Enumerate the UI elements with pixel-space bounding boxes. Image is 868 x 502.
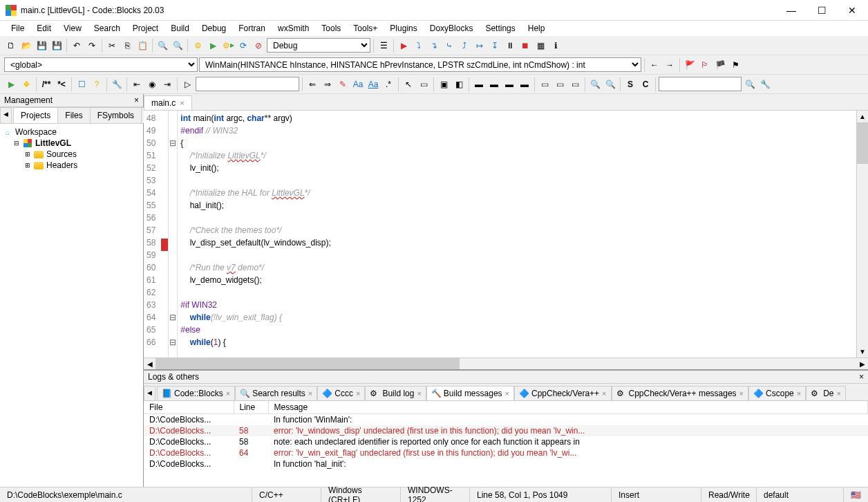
panel4-icon[interactable]: ▬ xyxy=(518,77,531,91)
inc-search-input[interactable] xyxy=(196,77,299,91)
build-run-icon[interactable]: ⚙▶ xyxy=(221,39,235,53)
log-row[interactable]: D:\CodeBlocks...In function 'hal_init': xyxy=(144,458,868,470)
toggle2-icon[interactable]: ◧ xyxy=(452,77,466,91)
management-tab-files[interactable]: Files xyxy=(57,107,90,123)
logs-tab-left-icon[interactable]: ◀ xyxy=(144,386,155,400)
log-row[interactable]: D:\CodeBlocks...In function 'WinMain': xyxy=(144,414,868,426)
jump-fwd-icon[interactable]: ⇥ xyxy=(160,77,174,91)
expand-icon[interactable]: ⊞ xyxy=(23,162,31,169)
zoom-out-icon[interactable]: 🔍 xyxy=(603,77,617,91)
step-into-icon[interactable]: ⤷ xyxy=(442,39,456,53)
management-tab-left-icon[interactable]: ◀ xyxy=(0,107,12,123)
scroll-up-icon[interactable]: ▲ xyxy=(857,111,868,122)
bookmark-prev-icon[interactable]: 🏳 xyxy=(698,58,712,72)
goto-input[interactable] xyxy=(659,77,742,91)
build-icon[interactable]: ⚙ xyxy=(191,39,205,53)
menu-view[interactable]: View xyxy=(58,22,87,35)
dox-settings-icon[interactable]: 🔧 xyxy=(110,77,124,91)
jump-here-icon[interactable]: ◉ xyxy=(145,77,159,91)
close-icon[interactable]: × xyxy=(837,389,841,398)
dox-chm-icon[interactable]: ? xyxy=(90,77,104,91)
step-instr-icon[interactable]: ↧ xyxy=(488,39,502,53)
expand-icon[interactable]: ⊞ xyxy=(23,151,31,158)
menu-tools[interactable]: Tools xyxy=(316,22,346,35)
editor-h-scrollbar[interactable]: ◀ ▶ xyxy=(144,357,868,369)
menu-settings[interactable]: Settings xyxy=(480,22,520,35)
run-to-cursor-icon[interactable]: ⤵ xyxy=(412,39,426,53)
menu-project[interactable]: Project xyxy=(127,22,164,35)
open-file-icon[interactable]: 📂 xyxy=(19,39,33,53)
logs-tab-cscope[interactable]: 🔷Cscope× xyxy=(748,386,806,400)
debug-windows-icon[interactable]: ▦ xyxy=(534,39,547,53)
rebuild-icon[interactable]: ⟳ xyxy=(236,39,250,53)
editor-tab-mainc[interactable]: main.c × xyxy=(144,95,192,110)
next-line-icon[interactable]: ↴ xyxy=(427,39,441,53)
logs-tab-de[interactable]: ⚙De× xyxy=(806,386,846,400)
menu-plugins[interactable]: Plugins xyxy=(384,22,422,35)
management-tab-fsymbols[interactable]: FSymbols xyxy=(90,107,142,123)
break-icon[interactable]: ⏸ xyxy=(503,39,517,53)
debug-run-icon[interactable]: ▶ xyxy=(397,39,411,53)
cut-icon[interactable]: ✂ xyxy=(105,39,119,53)
panel3-icon[interactable]: ▬ xyxy=(502,77,516,91)
log-row[interactable]: D:\CodeBlocks...64error: 'lv_win_exit_fl… xyxy=(144,447,868,458)
regex-icon[interactable]: .* xyxy=(381,77,395,91)
menu-wxsmith[interactable]: wxSmith xyxy=(272,22,314,35)
paste-icon[interactable]: 📋 xyxy=(135,39,149,53)
jump-back-icon[interactable]: ⇤ xyxy=(130,77,144,91)
code-text[interactable]: int main(int argc, char** argv)#endif //… xyxy=(178,111,856,357)
scroll-right-icon[interactable]: ▶ xyxy=(856,360,868,368)
project-tree[interactable]: ⌂ Workspace ⊟ LittlevGL ⊞ Sources ⊞ Head… xyxy=(0,124,143,487)
close-icon[interactable]: × xyxy=(356,389,360,398)
tree-folder-headers[interactable]: ⊞ Headers xyxy=(3,160,140,171)
minimize-button[interactable]: — xyxy=(781,5,802,16)
log-row[interactable]: D:\CodeBlocks...58error: 'lv_windows_dis… xyxy=(144,425,868,436)
menu-help[interactable]: Help xyxy=(522,22,551,35)
menu-doxyblocks[interactable]: DoxyBlocks xyxy=(424,22,479,35)
maximize-button[interactable]: ☐ xyxy=(811,5,832,16)
fold-column[interactable]: ⊟⊟⊟ xyxy=(168,111,178,357)
comment1-icon[interactable]: ▭ xyxy=(538,77,551,91)
editor-v-scrollbar[interactable]: ▲ ▼ xyxy=(856,111,868,357)
menu-file[interactable]: File xyxy=(6,22,30,35)
logs-tab-searchresults[interactable]: 🔍Search results× xyxy=(235,386,317,400)
comment2-icon[interactable]: ▭ xyxy=(553,77,567,91)
hl-color-icon[interactable]: ✎ xyxy=(336,77,350,91)
undo-icon[interactable]: ↶ xyxy=(70,39,84,53)
toggle1-icon[interactable]: ▣ xyxy=(437,77,451,91)
hl-next-icon[interactable]: ⇒ xyxy=(321,77,334,91)
logs-tab-cppcheckveramessages[interactable]: ⚙CppCheck/Vera++ messages× xyxy=(612,386,749,400)
comment3-icon[interactable]: ▭ xyxy=(568,77,582,91)
goto-search-icon[interactable]: 🔍 xyxy=(743,77,757,91)
menu-search[interactable]: Search xyxy=(88,22,126,35)
scroll-down-icon[interactable]: ▼ xyxy=(857,346,868,357)
logs-tab-buildmessages[interactable]: 🔨Build messages× xyxy=(426,386,514,400)
code-view[interactable]: 48495051525354555657585960616263646566 ⊟… xyxy=(144,111,868,357)
expand-icon[interactable]: ⊟ xyxy=(12,140,20,147)
hl-prev-icon[interactable]: ⇐ xyxy=(305,77,319,91)
tree-project[interactable]: ⊟ LittlevGL xyxy=(3,138,140,149)
dox-extract-icon[interactable]: ❖ xyxy=(19,77,33,91)
inc-search-arrow-icon[interactable]: ▷ xyxy=(180,77,194,91)
close-icon[interactable]: × xyxy=(739,389,744,398)
tree-workspace[interactable]: ⌂ Workspace xyxy=(3,127,140,138)
next-instr-icon[interactable]: ↦ xyxy=(473,39,487,53)
menu-tools[interactable]: Tools+ xyxy=(348,22,383,35)
v-scroll-thumb[interactable] xyxy=(857,122,868,164)
rect-tool-icon[interactable]: ▭ xyxy=(417,77,431,91)
show-targets-icon[interactable]: ☰ xyxy=(377,39,390,53)
goto-opts-icon[interactable]: 🔧 xyxy=(758,77,772,91)
symbol-select[interactable]: WinMain(HINSTANCE hInstance, HINSTANCE h… xyxy=(199,57,641,72)
build-messages-table[interactable]: File Line Message D:\CodeBlocks...In fun… xyxy=(144,401,868,487)
menu-debug[interactable]: Debug xyxy=(196,22,232,35)
build-target-select[interactable]: Debug xyxy=(267,38,370,53)
logs-col-message[interactable]: Message xyxy=(268,401,868,414)
log-row[interactable]: D:\CodeBlocks...58note: each undeclared … xyxy=(144,436,868,447)
close-icon[interactable]: × xyxy=(797,389,801,398)
save-all-icon[interactable]: 💾 xyxy=(50,39,64,53)
menu-edit[interactable]: Edit xyxy=(31,22,57,35)
scope-select[interactable]: <global> xyxy=(4,57,198,72)
menu-fortran[interactable]: Fortran xyxy=(233,22,271,35)
dox-block-icon[interactable]: /** xyxy=(39,77,53,91)
tree-folder-sources[interactable]: ⊞ Sources xyxy=(3,149,140,160)
